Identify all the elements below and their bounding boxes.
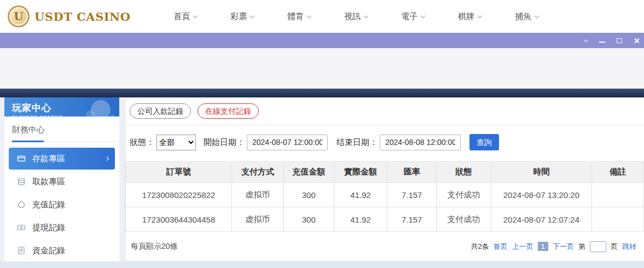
nav-item-slots[interactable]: 電子 [385,0,442,33]
cell-actual: 41.92 [334,183,387,207]
sidebar-item-label: 取款專區 [32,177,65,187]
cell-pay-method: 虚拟币 [232,183,284,207]
workspace-background [0,48,644,89]
nav-item-sports[interactable]: 體育 [271,0,328,33]
table-row: 1723003644304458 虚拟币 300 41.92 7.157 支付成… [126,207,644,232]
table-header-amount: 充值金額 [283,162,334,183]
end-date-input[interactable] [380,135,461,150]
chevron-down-icon [584,38,588,42]
cell-remark [592,207,644,232]
start-date-label: 開始日期： [204,137,245,148]
sidebar-item-deposit-zone[interactable]: 存款專區 [9,148,115,170]
table-header-row: 訂單號 支付方式 充值金額 實際金額 匯率 狀態 時間 備註 [126,162,644,183]
money-bag-icon [16,200,26,209]
casino-logo-icon: U [8,5,30,27]
cell-actual: 41.92 [334,207,387,232]
minimize-button[interactable] [599,39,605,43]
decor-circle-icon [86,110,94,116]
next-page-link[interactable]: 下一页 [553,242,574,252]
chevron-right-icon [105,156,109,161]
sidebar-item-recharge-records[interactable]: 充值記錄 [4,194,119,215]
cell-status: 支付成功 [437,183,491,207]
goto-page-button[interactable]: 跳转 [622,242,636,252]
first-page-link[interactable]: 首页 [494,242,508,252]
sidebar-item-label: 提現記錄 [32,223,65,233]
cell-time: 2024-08-07 13:20:20 [491,183,592,207]
window-controls [584,33,640,48]
nav-item-home[interactable]: 首頁 [157,0,214,33]
cell-remark [592,183,644,207]
status-select[interactable]: 全部 [156,135,196,150]
pagination: 共2条 首页 上一页 1 下一页 第 页 跳转 [471,241,636,252]
cell-amount: 300 [283,183,334,207]
nav-item-label: 電子 [401,11,417,22]
table-header-time: 時間 [491,162,592,183]
top-header: U USDT CASINO 首頁 彩票 體育 視訊 電子 棋牌 捕魚 [0,0,644,33]
start-date-input[interactable] [247,135,328,150]
sidebar: 玩家中心 PLAYERS CENTER 財務中心 存款專區 取款專區 [4,97,119,261]
table-footer: 每頁顯示20條 共2条 首页 上一页 1 下一页 第 页 跳转 [125,232,644,261]
banknote-icon [16,223,26,232]
collapse-button[interactable] [584,39,588,42]
chevron-down-icon [307,13,311,18]
sidebar-item-withdraw-zone[interactable]: 取款專區 [4,171,119,193]
logo-text: USDT CASINO [34,10,131,24]
cell-rate: 7.157 [387,207,437,232]
chevron-down-icon [193,13,198,18]
sidebar-item-withdrawal-records[interactable]: 提現記錄 [4,217,119,238]
close-button[interactable] [634,38,640,44]
maximize-button[interactable] [617,38,622,43]
table-header-status: 狀態 [437,162,491,183]
main-nav: 首頁 彩票 體育 視訊 電子 棋牌 捕魚 [157,0,555,33]
cell-order-no: 1723008020225822 [126,183,232,207]
orders-table: 訂單號 支付方式 充值金額 實際金額 匯率 狀態 時間 備註 172300802… [125,161,644,232]
close-icon [634,38,640,44]
sidebar-item-funds-records[interactable]: 資金記錄 [4,240,119,261]
search-button[interactable]: 查詢 [469,134,499,150]
prev-page-link[interactable]: 上一页 [512,242,533,252]
chevron-down-icon [478,13,482,18]
bank-card-icon [16,154,26,163]
dark-divider-bar [0,89,644,97]
cell-pay-method: 虚拟币 [232,207,284,232]
nav-item-label: 視訊 [344,11,361,22]
nav-item-live-video[interactable]: 視訊 [328,0,385,33]
chevron-down-icon [535,13,539,18]
table-header-pay-method: 支付方式 [232,162,284,183]
record-tabs: 公司入款記錄 在線支付記錄 [125,98,644,125]
minimize-icon [599,42,605,43]
page-size-label: 每頁顯示20條 [131,242,178,252]
nav-item-lottery[interactable]: 彩票 [214,0,271,33]
table-header-rate: 匯率 [387,162,437,183]
end-date-label: 结束日期： [336,137,378,148]
section-title-label: 財務中心 [12,125,45,134]
sidebar-item-label: 充值記錄 [32,200,65,210]
goto-prefix-label: 第 [578,242,585,252]
sidebar-item-label: 資金記錄 [32,246,65,256]
nav-item-label: 捕魚 [515,11,531,22]
content-area: 玩家中心 PLAYERS CENTER 財務中心 存款專區 取款專區 [0,97,644,261]
tab-online-payment-records[interactable]: 在線支付記錄 [198,103,259,119]
finance-center-section-title: 財務中心 [4,116,119,142]
current-page-indicator: 1 [538,242,548,251]
sidebar-item-label: 存款專區 [32,154,65,164]
status-label: 狀態： [130,137,154,148]
nav-item-label: 體育 [287,11,304,22]
cell-amount: 300 [283,207,334,232]
sidebar-menu: 存款專區 取款專區 充值記錄 提現記錄 [4,142,119,261]
nav-item-label: 彩票 [230,11,247,22]
page-number-input[interactable] [590,241,606,252]
total-count: 共2条 [471,242,489,252]
window-titlebar [0,33,644,48]
cell-rate: 7.157 [387,183,437,207]
nav-item-label: 棋牌 [458,11,474,22]
nav-item-board-games[interactable]: 棋牌 [442,0,498,33]
filter-bar: 狀態： 全部 開始日期： 结束日期： 查詢 [125,125,644,158]
nav-item-fishing[interactable]: 捕魚 [498,0,555,33]
tab-company-deposit-records[interactable]: 公司入款記錄 [130,103,191,119]
table-header-actual: 實際金額 [334,162,387,183]
bottom-strip [0,261,644,268]
table-row: 1723008020225822 虚拟币 300 41.92 7.157 支付成… [126,183,644,207]
goto-suffix-label: 页 [611,242,618,252]
nav-item-label: 首頁 [173,11,190,22]
